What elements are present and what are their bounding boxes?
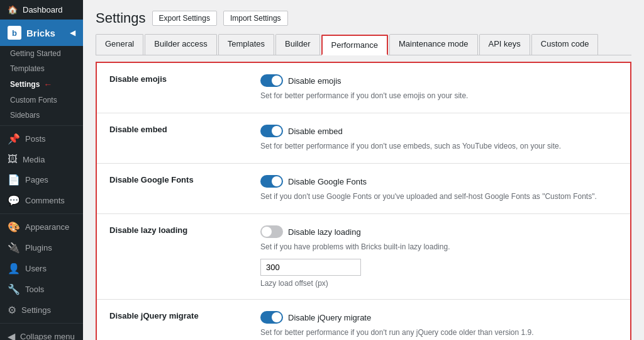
chevron-left-icon: ◀ [70, 28, 75, 37]
page-title: Settings [96, 10, 146, 26]
toggle-label-embed: Disable embed [288, 127, 343, 136]
setting-control-google-fonts: Disable Google Fonts Set if you don't us… [260, 175, 618, 202]
setting-label-col-embed: Disable embed [109, 125, 260, 134]
toggle-label-google-fonts: Disable Google Fonts [288, 177, 367, 186]
toggle-label-jquery-migrate: Disable jQuery migrate [288, 313, 371, 322]
plugins-label: Plugins [25, 243, 52, 252]
setting-label-jquery-migrate: Disable jQuery migrate [109, 311, 199, 320]
export-settings-button[interactable]: Export Settings [152, 11, 217, 26]
collapse-label: Collapse menu [20, 332, 75, 340]
sidebar-item-dashboard[interactable]: 🏠 Dashboard [0, 0, 83, 20]
setting-control-embed: Disable embed Set for better performance… [260, 125, 618, 152]
setting-row-disable-embed: Disable embed Disable embed Set for bett… [97, 113, 630, 164]
tab-performance[interactable]: Performance [321, 35, 388, 55]
posts-icon: 📌 [8, 133, 20, 145]
toggle-row-jquery-migrate: Disable jQuery migrate [260, 311, 618, 324]
bricks-header[interactable]: b Bricks ◀ [0, 20, 83, 46]
appearance-icon: 🎨 [8, 221, 20, 233]
setting-desc-jquery-migrate: Set for better performance if you don't … [260, 327, 618, 338]
settings-panel: Disable emojis Disable emojis Set for be… [96, 62, 631, 340]
collapse-icon: ◀ [8, 331, 15, 340]
sidebar-item-templates[interactable]: Templates [0, 61, 83, 76]
sidebar-item-plugins[interactable]: 🔌 Plugins [0, 237, 83, 258]
dashboard-icon: 🏠 [8, 5, 18, 14]
pages-icon: 📄 [8, 174, 20, 186]
setting-label-google-fonts: Disable Google Fonts [109, 175, 194, 184]
media-label: Media [23, 155, 45, 164]
toggle-row-emojis: Disable emojis [260, 74, 618, 87]
comments-label: Comments [25, 196, 65, 205]
toggle-emojis[interactable] [260, 74, 283, 87]
setting-label-col-jquery-migrate: Disable jQuery migrate [109, 311, 260, 320]
setting-label-embed: Disable embed [109, 125, 167, 134]
setting-label-emojis: Disable emojis [109, 74, 167, 84]
users-label: Users [25, 264, 47, 273]
content-area: Disable emojis Disable emojis Set for be… [83, 55, 644, 340]
setting-control-lazy-loading: Disable lazy loading Set if you have pro… [260, 225, 618, 288]
setting-label-col-google-fonts: Disable Google Fonts [109, 175, 260, 184]
separator-1 [0, 125, 83, 126]
tab-custom-code[interactable]: Custom code [531, 34, 599, 55]
sidebar-item-settings-wp[interactable]: ⚙ Settings [0, 300, 83, 320]
lazy-load-offset-input[interactable] [260, 259, 361, 276]
comments-icon: 💬 [8, 195, 20, 207]
toggle-row-embed: Disable embed [260, 125, 618, 137]
settings-wp-label: Settings [21, 305, 51, 315]
toggle-row-lazy-loading: Disable lazy loading [260, 225, 618, 238]
toggle-embed[interactable] [260, 125, 283, 137]
separator-3 [0, 323, 83, 324]
toggle-row-google-fonts: Disable Google Fonts [260, 175, 618, 188]
toggle-label-lazy-loading: Disable lazy loading [288, 227, 361, 237]
page-title-row: Settings Export Settings Import Settings [96, 10, 631, 26]
sidebar-item-settings[interactable]: Settings ← [0, 76, 83, 93]
setting-label-col-lazy-loading: Disable lazy loading [109, 225, 260, 235]
sidebar-item-users[interactable]: 👤 Users [0, 258, 83, 279]
sidebar-item-tools[interactable]: 🔧 Tools [0, 279, 83, 300]
sidebar-item-posts[interactable]: 📌 Posts [0, 128, 83, 149]
setting-desc-emojis: Set for better performance if you don't … [260, 90, 618, 101]
setting-label-lazy-loading: Disable lazy loading [109, 225, 187, 235]
sidebar-item-getting-started[interactable]: Getting Started [0, 46, 83, 61]
plugins-icon: 🔌 [8, 242, 20, 254]
posts-label: Posts [25, 134, 46, 144]
setting-row-disable-lazy-loading: Disable lazy loading Disable lazy loadin… [97, 214, 630, 300]
appearance-label: Appearance [25, 222, 69, 232]
setting-row-disable-google-fonts: Disable Google Fonts Disable Google Font… [97, 164, 630, 214]
tab-builder[interactable]: Builder [275, 34, 319, 55]
sidebar-item-comments[interactable]: 💬 Comments [0, 190, 83, 211]
dashboard-label: Dashboard [23, 5, 63, 14]
setting-control-emojis: Disable emojis Set for better performanc… [260, 74, 618, 101]
sidebar-item-pages[interactable]: 📄 Pages [0, 169, 83, 190]
bricks-logo-icon: b [8, 26, 21, 40]
sidebar-item-sidebars[interactable]: Sidebars [0, 108, 83, 123]
bricks-submenu: Getting Started Templates Settings ← Cus… [0, 46, 83, 123]
separator-2 [0, 213, 83, 214]
setting-desc-embed: Set for better performance if you don't … [260, 140, 618, 152]
sidebar-item-media[interactable]: 🖼 Media [0, 149, 83, 169]
main-content: Settings Export Settings Import Settings… [83, 0, 644, 340]
setting-row-disable-emojis: Disable emojis Disable emojis Set for be… [97, 63, 630, 113]
sidebar: 🏠 Dashboard b Bricks ◀ Getting Started T… [0, 0, 83, 340]
tab-builder-access[interactable]: Builder access [145, 34, 217, 55]
setting-desc-google-fonts: Set if you don't use Google Fonts or you… [260, 191, 618, 202]
toggle-lazy-loading[interactable] [260, 225, 283, 238]
tab-templates[interactable]: Templates [218, 34, 274, 55]
tools-icon: 🔧 [8, 283, 20, 295]
import-settings-button[interactable]: Import Settings [223, 11, 288, 26]
toggle-jquery-migrate[interactable] [260, 311, 283, 324]
settings-arrow-icon: ← [43, 79, 52, 89]
setting-desc-lazy-loading: Set if you have problems with Bricks bui… [260, 241, 618, 252]
pages-label: Pages [25, 175, 48, 184]
users-icon: 👤 [8, 263, 20, 275]
tab-api-keys[interactable]: API keys [479, 34, 530, 55]
tab-general[interactable]: General [96, 34, 143, 55]
sidebar-item-appearance[interactable]: 🎨 Appearance [0, 217, 83, 237]
settings-icon: ⚙ [8, 304, 16, 316]
sidebar-item-custom-fonts[interactable]: Custom Fonts [0, 93, 83, 108]
setting-row-disable-jquery-migrate: Disable jQuery migrate Disable jQuery mi… [97, 300, 630, 340]
tabs-bar: General Builder access Templates Builder… [96, 34, 631, 55]
setting-control-jquery-migrate: Disable jQuery migrate Set for better pe… [260, 311, 618, 338]
tab-maintenance-mode[interactable]: Maintenance mode [389, 34, 478, 55]
sidebar-item-collapse[interactable]: ◀ Collapse menu [0, 326, 83, 340]
toggle-google-fonts[interactable] [260, 175, 283, 188]
